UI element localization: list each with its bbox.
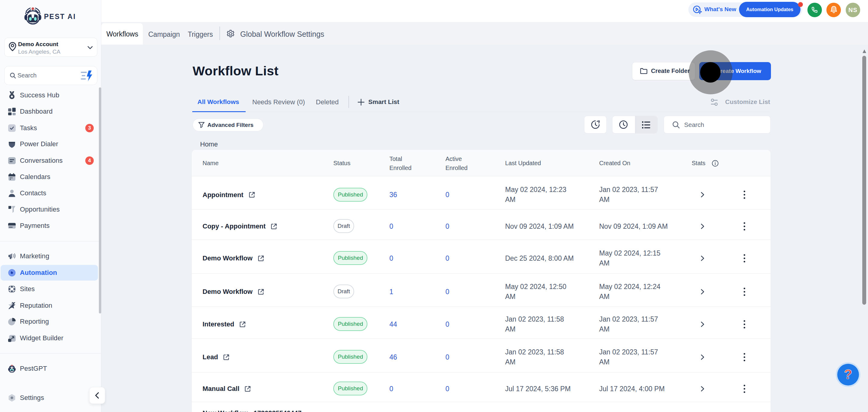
svg-text:?: ? <box>844 367 852 382</box>
